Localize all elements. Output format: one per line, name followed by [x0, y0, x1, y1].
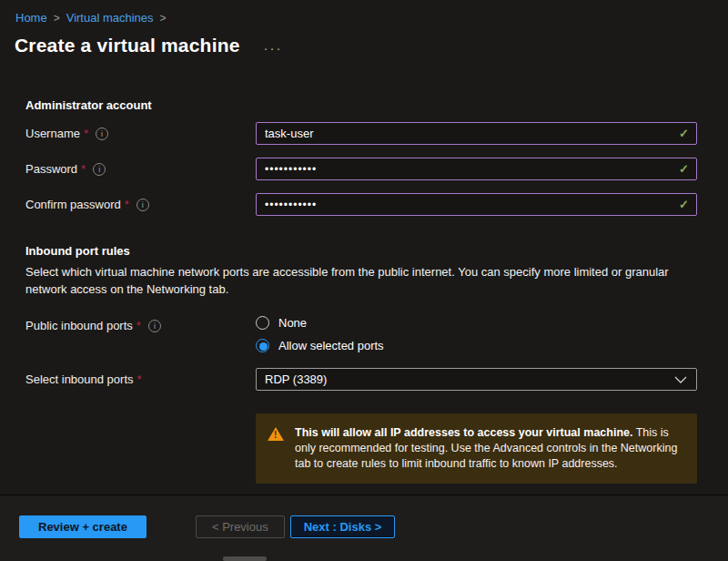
radio-allow-selected-ports[interactable]: Allow selected ports	[256, 339, 697, 352]
required-marker: *	[125, 198, 129, 211]
breadcrumb-separator-icon: >	[160, 12, 167, 25]
public-inbound-ports-row: Public inbound ports * i None Allow sele…	[25, 316, 697, 352]
breadcrumb: Home>Virtual machines>	[0, 0, 728, 25]
password-control: ✓	[256, 158, 697, 180]
confirm-password-row: Confirm password * i ✓	[25, 193, 697, 216]
info-icon[interactable]: i	[93, 163, 106, 176]
confirm-password-input[interactable]	[257, 194, 696, 215]
confirm-password-label: Confirm password	[25, 198, 121, 211]
section-inbound-port-rules: Inbound port rules	[25, 244, 697, 258]
info-icon[interactable]: i	[148, 320, 161, 332]
create-vm-page: Home>Virtual machines> Create a virtual …	[0, 0, 728, 561]
select-inbound-ports-label-cell: Select inbound ports *	[25, 372, 256, 386]
confirm-password-textbox: ✓	[256, 193, 697, 216]
radio-none[interactable]: None	[256, 316, 697, 330]
breadcrumb-home[interactable]: Home	[15, 11, 47, 25]
title-row: Create a virtual machine ···	[15, 35, 728, 56]
required-marker: *	[136, 319, 141, 332]
basics-form: Administrator account Username * i ✓ Pas…	[25, 98, 697, 484]
username-row: Username * i ✓	[25, 122, 697, 145]
username-label-cell: Username * i	[25, 127, 256, 140]
required-marker: *	[81, 162, 86, 176]
warning-banner: This will allow all IP addresses to acce…	[256, 413, 697, 484]
section-administrator-account: Administrator account	[25, 98, 697, 112]
info-icon[interactable]: i	[96, 128, 108, 140]
more-options-button[interactable]: ···	[264, 38, 283, 53]
warning-control: This will allow all IP addresses to acce…	[256, 391, 697, 484]
radio-circle-icon	[256, 339, 269, 352]
breadcrumb-virtual-machines[interactable]: Virtual machines	[66, 11, 154, 25]
inbound-port-rules-description: Select which virtual machine network por…	[25, 263, 697, 298]
warning-icon	[268, 427, 284, 441]
password-input[interactable]	[257, 158, 696, 179]
warning-row: This will allow all IP addresses to acce…	[25, 391, 697, 484]
previous-button[interactable]: < Previous	[196, 515, 285, 538]
radio-circle-icon	[256, 316, 269, 330]
next-disks-button[interactable]: Next : Disks >	[290, 515, 396, 538]
warning-text: This will allow all IP addresses to acce…	[295, 425, 684, 472]
required-marker: *	[84, 127, 88, 140]
password-row: Password * i ✓	[25, 158, 697, 180]
breadcrumb-separator-icon: >	[54, 12, 60, 25]
username-control: ✓	[256, 122, 697, 145]
select-inbound-ports-dropdown[interactable]: RDP (3389)	[256, 368, 697, 391]
password-label: Password	[25, 162, 77, 176]
username-input[interactable]	[257, 123, 696, 144]
username-textbox: ✓	[256, 122, 697, 145]
wizard-footer: Review + create < Previous Next : Disks …	[0, 495, 728, 561]
required-marker: *	[137, 372, 142, 386]
select-inbound-ports-control: RDP (3389)	[256, 368, 697, 391]
review-create-button[interactable]: Review + create	[19, 515, 147, 538]
select-inbound-ports-label: Select inbound ports	[25, 372, 134, 386]
radio-allow-selected-ports-label: Allow selected ports	[278, 339, 384, 352]
warning-text-bold: This will allow all IP addresses to acce…	[295, 426, 632, 439]
public-inbound-ports-label-cell: Public inbound ports * i	[25, 316, 256, 332]
confirm-password-label-cell: Confirm password * i	[25, 198, 256, 211]
password-label-cell: Password * i	[25, 162, 256, 176]
radio-none-label: None	[278, 316, 307, 330]
public-inbound-ports-control: None Allow selected ports	[256, 316, 697, 352]
page-title: Create a virtual machine	[15, 35, 240, 56]
confirm-password-control: ✓	[256, 193, 697, 216]
public-inbound-ports-radio-group: None Allow selected ports	[256, 316, 697, 352]
horizontal-scrollbar-thumb[interactable]	[223, 556, 267, 561]
select-inbound-ports-value: RDP (3389)	[265, 372, 327, 386]
public-inbound-ports-label: Public inbound ports	[25, 319, 133, 332]
select-inbound-ports-row: Select inbound ports * RDP (3389)	[25, 368, 697, 391]
username-label: Username	[25, 127, 80, 140]
info-icon[interactable]: i	[136, 199, 149, 211]
password-textbox: ✓	[256, 158, 697, 180]
chevron-down-icon	[674, 376, 687, 383]
